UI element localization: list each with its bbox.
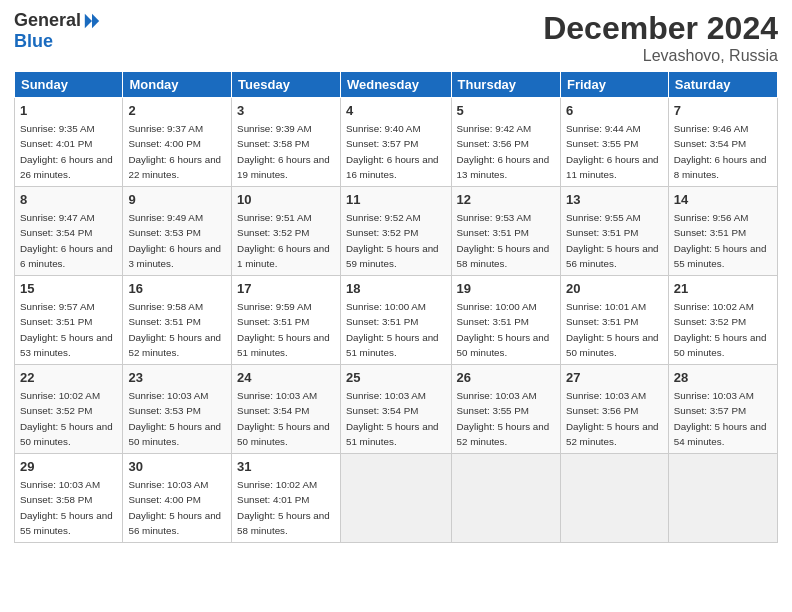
day-number: 27 [566,369,663,387]
day-info: Sunrise: 9:57 AMSunset: 3:51 PMDaylight:… [20,301,113,358]
day-number: 29 [20,458,117,476]
day-number: 4 [346,102,446,120]
logo-icon [83,12,101,30]
table-cell: 31Sunrise: 10:02 AMSunset: 4:01 PMDaylig… [232,454,341,543]
day-number: 7 [674,102,772,120]
table-cell: 1Sunrise: 9:35 AMSunset: 4:01 PMDaylight… [15,98,123,187]
header-sunday: Sunday [15,72,123,98]
day-info: Sunrise: 9:40 AMSunset: 3:57 PMDaylight:… [346,123,439,180]
day-info: Sunrise: 9:51 AMSunset: 3:52 PMDaylight:… [237,212,330,269]
day-info: Sunrise: 10:02 AMSunset: 4:01 PMDaylight… [237,479,330,536]
logo-general-text: General [14,10,81,31]
day-info: Sunrise: 9:56 AMSunset: 3:51 PMDaylight:… [674,212,767,269]
day-info: Sunrise: 9:55 AMSunset: 3:51 PMDaylight:… [566,212,659,269]
table-cell [340,454,451,543]
day-info: Sunrise: 9:59 AMSunset: 3:51 PMDaylight:… [237,301,330,358]
table-cell: 16Sunrise: 9:58 AMSunset: 3:51 PMDayligh… [123,276,232,365]
day-number: 30 [128,458,226,476]
day-number: 2 [128,102,226,120]
day-info: Sunrise: 10:03 AMSunset: 3:54 PMDaylight… [346,390,439,447]
svg-marker-1 [85,13,92,27]
table-cell: 9Sunrise: 9:49 AMSunset: 3:53 PMDaylight… [123,187,232,276]
table-cell: 20Sunrise: 10:01 AMSunset: 3:51 PMDaylig… [560,276,668,365]
day-number: 11 [346,191,446,209]
table-cell: 14Sunrise: 9:56 AMSunset: 3:51 PMDayligh… [668,187,777,276]
day-info: Sunrise: 10:00 AMSunset: 3:51 PMDaylight… [457,301,550,358]
calendar-table: Sunday Monday Tuesday Wednesday Thursday… [14,71,778,543]
location: Levashovo, Russia [543,47,778,65]
day-info: Sunrise: 9:44 AMSunset: 3:55 PMDaylight:… [566,123,659,180]
table-row: 8Sunrise: 9:47 AMSunset: 3:54 PMDaylight… [15,187,778,276]
table-cell: 27Sunrise: 10:03 AMSunset: 3:56 PMDaylig… [560,365,668,454]
table-cell: 5Sunrise: 9:42 AMSunset: 3:56 PMDaylight… [451,98,560,187]
header-friday: Friday [560,72,668,98]
day-info: Sunrise: 9:47 AMSunset: 3:54 PMDaylight:… [20,212,113,269]
day-number: 9 [128,191,226,209]
day-info: Sunrise: 10:02 AMSunset: 3:52 PMDaylight… [674,301,767,358]
page-container: General Blue December 2024 Levashovo, Ru… [0,0,792,553]
table-row: 22Sunrise: 10:02 AMSunset: 3:52 PMDaylig… [15,365,778,454]
day-number: 17 [237,280,335,298]
header-tuesday: Tuesday [232,72,341,98]
table-cell: 7Sunrise: 9:46 AMSunset: 3:54 PMDaylight… [668,98,777,187]
header-monday: Monday [123,72,232,98]
table-cell: 29Sunrise: 10:03 AMSunset: 3:58 PMDaylig… [15,454,123,543]
day-number: 16 [128,280,226,298]
month-title: December 2024 [543,10,778,47]
day-number: 12 [457,191,555,209]
day-info: Sunrise: 10:01 AMSunset: 3:51 PMDaylight… [566,301,659,358]
day-info: Sunrise: 9:49 AMSunset: 3:53 PMDaylight:… [128,212,221,269]
day-number: 25 [346,369,446,387]
table-cell: 3Sunrise: 9:39 AMSunset: 3:58 PMDaylight… [232,98,341,187]
day-info: Sunrise: 10:03 AMSunset: 3:58 PMDaylight… [20,479,113,536]
day-number: 24 [237,369,335,387]
table-cell: 19Sunrise: 10:00 AMSunset: 3:51 PMDaylig… [451,276,560,365]
day-info: Sunrise: 9:52 AMSunset: 3:52 PMDaylight:… [346,212,439,269]
day-info: Sunrise: 10:02 AMSunset: 3:52 PMDaylight… [20,390,113,447]
day-number: 28 [674,369,772,387]
day-number: 26 [457,369,555,387]
day-number: 1 [20,102,117,120]
table-cell: 17Sunrise: 9:59 AMSunset: 3:51 PMDayligh… [232,276,341,365]
table-cell: 12Sunrise: 9:53 AMSunset: 3:51 PMDayligh… [451,187,560,276]
svg-marker-0 [92,13,99,27]
table-cell: 6Sunrise: 9:44 AMSunset: 3:55 PMDaylight… [560,98,668,187]
day-number: 18 [346,280,446,298]
logo: General Blue [14,10,101,52]
day-number: 31 [237,458,335,476]
logo-blue-text: Blue [14,31,53,52]
table-cell [560,454,668,543]
header-wednesday: Wednesday [340,72,451,98]
header-thursday: Thursday [451,72,560,98]
table-cell: 8Sunrise: 9:47 AMSunset: 3:54 PMDaylight… [15,187,123,276]
table-cell: 28Sunrise: 10:03 AMSunset: 3:57 PMDaylig… [668,365,777,454]
table-cell: 24Sunrise: 10:03 AMSunset: 3:54 PMDaylig… [232,365,341,454]
day-number: 14 [674,191,772,209]
table-cell [668,454,777,543]
day-info: Sunrise: 10:03 AMSunset: 3:56 PMDaylight… [566,390,659,447]
day-info: Sunrise: 10:03 AMSunset: 3:57 PMDaylight… [674,390,767,447]
day-number: 10 [237,191,335,209]
day-info: Sunrise: 9:39 AMSunset: 3:58 PMDaylight:… [237,123,330,180]
day-info: Sunrise: 10:03 AMSunset: 3:54 PMDaylight… [237,390,330,447]
day-number: 13 [566,191,663,209]
day-number: 8 [20,191,117,209]
day-number: 23 [128,369,226,387]
table-cell: 30Sunrise: 10:03 AMSunset: 4:00 PMDaylig… [123,454,232,543]
table-cell: 18Sunrise: 10:00 AMSunset: 3:51 PMDaylig… [340,276,451,365]
day-info: Sunrise: 9:42 AMSunset: 3:56 PMDaylight:… [457,123,550,180]
day-number: 3 [237,102,335,120]
table-cell: 2Sunrise: 9:37 AMSunset: 4:00 PMDaylight… [123,98,232,187]
day-number: 20 [566,280,663,298]
day-info: Sunrise: 9:53 AMSunset: 3:51 PMDaylight:… [457,212,550,269]
table-cell: 22Sunrise: 10:02 AMSunset: 3:52 PMDaylig… [15,365,123,454]
day-number: 22 [20,369,117,387]
header-row: General Blue December 2024 Levashovo, Ru… [14,10,778,65]
day-info: Sunrise: 9:46 AMSunset: 3:54 PMDaylight:… [674,123,767,180]
day-info: Sunrise: 10:00 AMSunset: 3:51 PMDaylight… [346,301,439,358]
table-cell: 15Sunrise: 9:57 AMSunset: 3:51 PMDayligh… [15,276,123,365]
days-header-row: Sunday Monday Tuesday Wednesday Thursday… [15,72,778,98]
table-row: 29Sunrise: 10:03 AMSunset: 3:58 PMDaylig… [15,454,778,543]
table-cell: 11Sunrise: 9:52 AMSunset: 3:52 PMDayligh… [340,187,451,276]
header-saturday: Saturday [668,72,777,98]
